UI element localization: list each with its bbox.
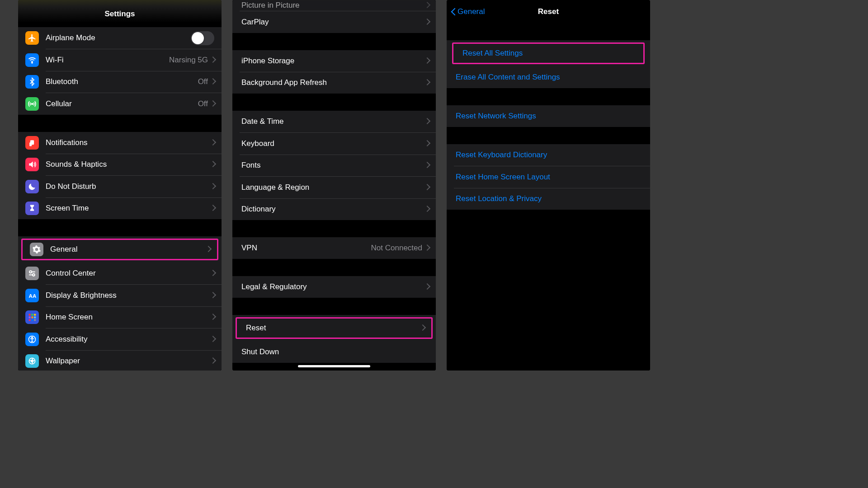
row-carplay[interactable]: CarPlay	[232, 11, 436, 33]
display-icon: AA	[25, 289, 39, 302]
row-display[interactable]: AA Display & Brightness	[18, 285, 222, 306]
chevron-right-icon	[211, 271, 214, 276]
chevron-right-icon	[211, 206, 214, 211]
row-cellular[interactable]: Cellular Off	[18, 93, 222, 115]
row-legal[interactable]: Legal & Regulatory	[232, 276, 436, 298]
control-center-label: Control Center	[46, 269, 211, 278]
fonts-label: Fonts	[241, 161, 425, 170]
chevron-right-icon	[211, 314, 214, 320]
general-label: General	[50, 245, 206, 254]
row-notifications[interactable]: Notifications	[18, 132, 222, 154]
speaker-icon	[25, 158, 39, 171]
row-reset-network[interactable]: Reset Network Settings	[447, 105, 650, 127]
row-bg-refresh[interactable]: Background App Refresh	[232, 72, 436, 94]
erase-all-label: Erase All Content and Settings	[456, 73, 643, 82]
row-shutdown[interactable]: Shut Down	[232, 341, 436, 363]
row-screentime[interactable]: Screen Time	[18, 197, 222, 219]
row-reset-all-settings[interactable]: Reset All Settings	[452, 42, 645, 64]
row-dictionary[interactable]: Dictionary	[232, 198, 436, 220]
shutdown-label: Shut Down	[241, 347, 429, 357]
moon-icon	[25, 180, 39, 193]
airplane-label: Airplane Mode	[46, 33, 191, 42]
reset-scroll[interactable]: Reset All Settings Erase All Content and…	[447, 23, 650, 371]
chevron-right-icon	[211, 140, 214, 145]
bluetooth-value: Off	[198, 77, 208, 86]
hourglass-icon	[25, 202, 39, 215]
row-keyboard[interactable]: Keyboard	[232, 133, 436, 155]
chevron-right-icon	[425, 19, 429, 25]
row-general[interactable]: General	[21, 239, 218, 260]
row-reset[interactable]: Reset	[236, 317, 433, 339]
display-label: Display & Brightness	[46, 291, 211, 300]
row-control-center[interactable]: Control Center	[18, 263, 222, 284]
row-language[interactable]: Language & Region	[232, 177, 436, 198]
wifi-icon	[25, 53, 39, 67]
row-wallpaper[interactable]: Wallpaper	[18, 350, 222, 371]
settings-group-alerts: Notifications Sounds & Haptics Do Not Di…	[18, 132, 222, 220]
reset-label: Reset	[246, 324, 420, 333]
settings-scroll[interactable]: Airplane Mode Wi-Fi Narsing 5G Bluetooth…	[18, 23, 222, 371]
reset-keyboard-label: Reset Keyboard Dictionary	[456, 150, 643, 160]
keyboard-label: Keyboard	[241, 139, 425, 148]
svg-point-6	[33, 274, 35, 276]
dnd-label: Do Not Disturb	[46, 182, 211, 191]
svg-rect-10	[31, 314, 33, 316]
row-sounds[interactable]: Sounds & Haptics	[18, 154, 222, 175]
carplay-label: CarPlay	[241, 18, 425, 27]
screentime-label: Screen Time	[46, 204, 211, 213]
chevron-right-icon	[425, 245, 429, 251]
row-iphone-storage[interactable]: iPhone Storage	[232, 50, 436, 72]
row-airplane-mode[interactable]: Airplane Mode	[18, 27, 222, 49]
svg-rect-12	[29, 316, 31, 318]
svg-rect-15	[29, 319, 31, 321]
row-bluetooth[interactable]: Bluetooth Off	[18, 71, 222, 93]
wallpaper-label: Wallpaper	[46, 357, 211, 366]
chevron-right-icon	[425, 141, 429, 146]
reset-network-label: Reset Network Settings	[456, 112, 643, 121]
general-group-vpn: VPN Not Connected	[232, 237, 436, 259]
reset-all-label: Reset All Settings	[462, 49, 636, 58]
row-reset-home[interactable]: Reset Home Screen Layout	[447, 166, 650, 188]
chevron-right-icon	[206, 247, 210, 252]
chevron-right-icon	[425, 119, 429, 124]
chevron-right-icon	[211, 293, 214, 298]
reset-header: General Reset	[447, 0, 650, 23]
chevron-right-icon	[425, 206, 429, 212]
row-reset-location[interactable]: Reset Location & Privacy	[447, 188, 650, 210]
airplane-icon	[25, 31, 39, 45]
row-home-screen[interactable]: Home Screen	[18, 306, 222, 328]
row-erase-all[interactable]: Erase All Content and Settings	[447, 66, 650, 88]
dictionary-label: Dictionary	[241, 205, 425, 214]
chevron-right-icon	[211, 57, 214, 63]
language-label: Language & Region	[241, 183, 425, 192]
svg-rect-14	[34, 316, 36, 318]
row-date-time[interactable]: Date & Time	[232, 111, 436, 132]
svg-text:AA: AA	[29, 293, 37, 299]
chevron-right-icon	[425, 3, 429, 8]
general-group-media: Picture in Picture CarPlay	[232, 0, 436, 33]
notifications-label: Notifications	[46, 138, 211, 147]
back-button[interactable]: General	[451, 7, 485, 16]
row-fonts[interactable]: Fonts	[232, 155, 436, 176]
chevron-right-icon	[425, 185, 429, 190]
row-reset-keyboard[interactable]: Reset Keyboard Dictionary	[447, 144, 650, 166]
reset-location-label: Reset Location & Privacy	[456, 194, 643, 203]
general-scroll[interactable]: Picture in Picture CarPlay iPhone Storag…	[232, 0, 436, 371]
storage-label: iPhone Storage	[241, 56, 425, 66]
row-accessibility[interactable]: Accessibility	[18, 328, 222, 350]
general-group-storage: iPhone Storage Background App Refresh	[232, 50, 436, 94]
settings-title: Settings	[104, 9, 135, 19]
chevron-right-icon	[211, 162, 214, 167]
reset-group-all: Reset All Settings Erase All Content and…	[447, 40, 650, 88]
chevron-right-icon	[420, 325, 424, 331]
airplane-toggle[interactable]	[191, 31, 214, 45]
row-vpn[interactable]: VPN Not Connected	[232, 237, 436, 259]
row-dnd[interactable]: Do Not Disturb	[18, 176, 222, 197]
row-wifi[interactable]: Wi-Fi Narsing 5G	[18, 49, 222, 71]
back-label: General	[458, 7, 485, 16]
home-indicator[interactable]	[298, 365, 370, 367]
svg-rect-11	[34, 314, 36, 316]
bluetooth-label: Bluetooth	[46, 77, 198, 86]
row-pip-partial[interactable]: Picture in Picture	[232, 0, 436, 11]
settings-group-connectivity: Airplane Mode Wi-Fi Narsing 5G Bluetooth…	[18, 27, 222, 115]
